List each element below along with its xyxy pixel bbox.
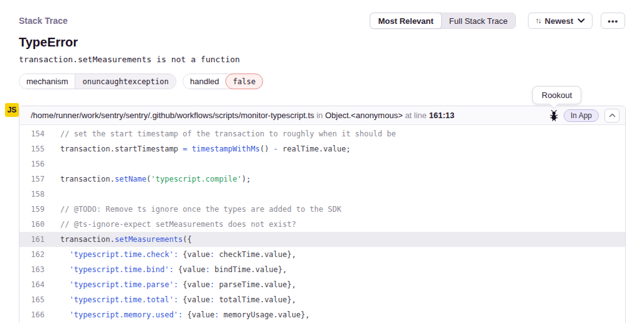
stack-frame-panel: /home/runner/work/sentry/sentry/.github/… bbox=[19, 106, 626, 323]
stack-trace-page: Stack Trace Most Relevant Full Stack Tra… bbox=[0, 0, 644, 323]
code-line-155: 155transaction.startTimestamp = timestam… bbox=[19, 141, 625, 156]
rookout-debugger-icon[interactable] bbox=[550, 110, 558, 121]
code-line-154: 154// set the start timestamp of the tra… bbox=[19, 126, 625, 141]
frame-function: Object.<anonymous> bbox=[325, 111, 403, 120]
toolbar: Most Relevant Full Stack Trace ↑↓ Newest… bbox=[370, 13, 625, 29]
more-options-button[interactable]: ••• bbox=[601, 13, 625, 29]
chevron-down-icon bbox=[577, 18, 585, 23]
chevron-up-icon bbox=[609, 113, 616, 118]
frame-in-label: in bbox=[316, 111, 323, 120]
tag-value-error: false bbox=[225, 74, 263, 89]
code-content: // @TODO: Remove ts ignore once the type… bbox=[60, 202, 341, 217]
tag-handled[interactable]: handled false bbox=[183, 74, 263, 89]
code-line-164: 164 'typescript.time.parse': {value: par… bbox=[19, 277, 625, 292]
code-content: transaction.startTimestamp = timestampWi… bbox=[60, 141, 350, 156]
code-content: transaction.setMeasurements({ bbox=[60, 232, 192, 247]
code-content: // @ts-ignore-expect setMeasurements doe… bbox=[60, 217, 296, 232]
code-lines[interactable]: 154// set the start timestamp of the tra… bbox=[19, 125, 625, 322]
frame-path: /home/runner/work/sentry/sentry/.github/… bbox=[31, 111, 314, 120]
sort-button-label: Newest bbox=[545, 16, 574, 26]
tag-mechanism[interactable]: mechanism onuncaughtexception bbox=[19, 74, 176, 89]
code-content: 'typescript.time.check': {value: checkTi… bbox=[60, 247, 296, 262]
code-line-158: 158 bbox=[19, 187, 625, 202]
code-line-163: 163 'typescript.time.bind': {value: bind… bbox=[19, 262, 625, 277]
sort-newest-button[interactable]: ↑↓ Newest bbox=[528, 13, 593, 29]
code-content: // set the start timestamp of the transa… bbox=[60, 126, 396, 141]
tag-value: onuncaughtexception bbox=[75, 74, 175, 89]
trace-view-toggle: Most Relevant Full Stack Trace bbox=[370, 13, 515, 29]
code-line-159: 159// @TODO: Remove ts ignore once the t… bbox=[19, 202, 625, 217]
frame-at-label: at line bbox=[405, 111, 427, 120]
code-line-166: 166 'typescript.memory.used': {value: me… bbox=[19, 307, 625, 322]
code-content: transaction.setName('typescript.compile'… bbox=[60, 172, 250, 187]
collapse-frame-button[interactable] bbox=[604, 109, 620, 123]
section-title: Stack Trace bbox=[19, 16, 68, 26]
line-number: 164 bbox=[19, 277, 45, 292]
ellipsis-icon: ••• bbox=[608, 16, 618, 26]
line-number: 165 bbox=[19, 292, 45, 307]
line-number: 166 bbox=[19, 307, 45, 322]
frame-title: /home/runner/work/sentry/sentry/.github/… bbox=[31, 111, 550, 120]
sort-arrows-icon: ↑↓ bbox=[535, 16, 540, 25]
tag-key: handled bbox=[183, 74, 226, 89]
frame-actions: In App bbox=[550, 109, 620, 123]
frame-line-col: 161:13 bbox=[429, 111, 454, 120]
line-number: 154 bbox=[19, 126, 45, 141]
toggle-full-stack-trace[interactable]: Full Stack Trace bbox=[442, 13, 515, 29]
code-line-157: 157transaction.setName('typescript.compi… bbox=[19, 172, 625, 187]
line-number: 159 bbox=[19, 202, 45, 217]
line-number: 163 bbox=[19, 262, 45, 277]
code-content: 'typescript.time.total': {value: totalTi… bbox=[60, 292, 296, 307]
code-content: 'typescript.time.parse': {value: parseTi… bbox=[60, 277, 296, 292]
frame-header[interactable]: /home/runner/work/sentry/sentry/.github/… bbox=[19, 106, 625, 125]
line-number: 161 bbox=[19, 232, 45, 247]
error-message: transaction.setMeasurements is not a fun… bbox=[19, 55, 240, 64]
code-content: 'typescript.memory.used': {value: memory… bbox=[60, 307, 309, 322]
error-type-title: TypeError bbox=[19, 35, 78, 50]
line-number: 160 bbox=[19, 217, 45, 232]
rookout-tooltip: Rookout bbox=[532, 86, 581, 104]
line-number: 155 bbox=[19, 141, 45, 156]
code-line-162: 162 'typescript.time.check': {value: che… bbox=[19, 247, 625, 262]
code-line-160: 160// @ts-ignore-expect setMeasurements … bbox=[19, 217, 625, 232]
code-content: 'typescript.time.bind': {value: bindTime… bbox=[60, 262, 287, 277]
line-number: 162 bbox=[19, 247, 45, 262]
code-line-165: 165 'typescript.time.total': {value: tot… bbox=[19, 292, 625, 307]
in-app-badge: In App bbox=[564, 109, 599, 122]
line-number: 156 bbox=[19, 156, 45, 172]
javascript-platform-icon: JS bbox=[5, 103, 19, 117]
line-number: 157 bbox=[19, 172, 45, 187]
line-number: 158 bbox=[19, 187, 45, 202]
code-line-161: 161transaction.setMeasurements({ bbox=[19, 232, 625, 247]
tag-key: mechanism bbox=[19, 74, 75, 89]
code-line-156: 156 bbox=[19, 156, 625, 172]
toggle-most-relevant[interactable]: Most Relevant bbox=[370, 13, 441, 29]
tag-list: mechanism onuncaughtexception handled fa… bbox=[19, 74, 263, 89]
